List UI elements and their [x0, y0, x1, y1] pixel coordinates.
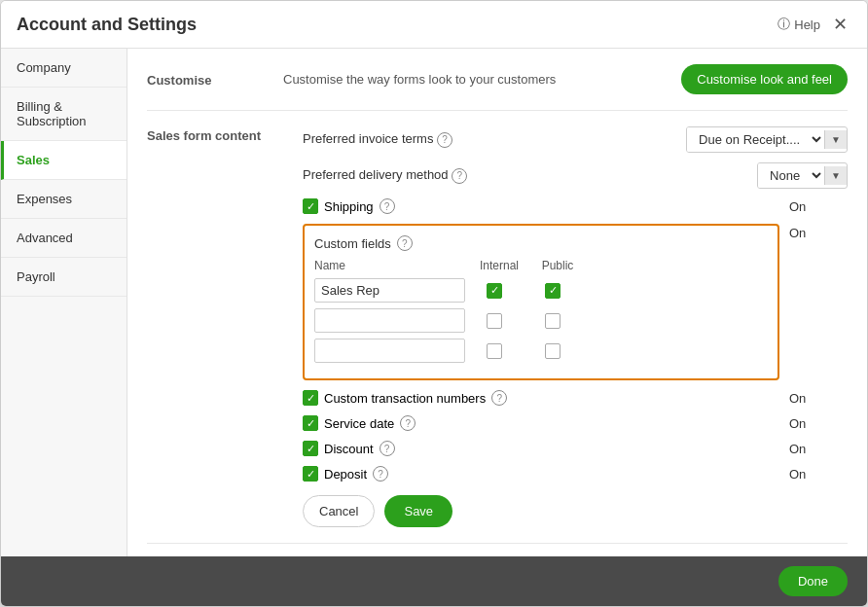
sales-form-label: Sales form content: [147, 126, 283, 143]
modal-header: Account and Settings ⓘ Help ✕: [1, 1, 867, 49]
internal-checkbox-2[interactable]: [487, 313, 502, 329]
service-date-checkbox-wrap: ✓ Service date ?: [303, 415, 416, 431]
deposit-help-icon[interactable]: ?: [373, 466, 388, 482]
deposit-label: Deposit: [324, 467, 367, 482]
deposit-status: On: [789, 467, 848, 482]
service-date-label: Service date: [324, 416, 394, 431]
sidebar-item-billing[interactable]: Billing & Subscription: [1, 88, 127, 141]
custom-fields-wrapper: Custom fields ? Name Internal Public: [303, 224, 848, 390]
public-checkbox-3[interactable]: [545, 343, 561, 359]
sidebar: Company Billing & Subscription Sales Exp…: [1, 49, 127, 556]
customise-look-feel-button[interactable]: Customise look and feel: [681, 64, 848, 94]
delivery-method-select-container: None ▼: [757, 162, 848, 189]
custom-field-public-2: [524, 313, 582, 329]
header-right: ⓘ Help ✕: [778, 13, 851, 36]
shipping-label: Shipping: [324, 199, 374, 214]
modal-footer: Done: [1, 556, 867, 606]
sales-form-section: Sales form content Preferred invoice ter…: [147, 111, 848, 544]
shipping-help-icon[interactable]: ?: [380, 198, 395, 214]
custom-field-internal-1: ✓: [465, 283, 524, 299]
custom-fields-columns: Name Internal Public: [314, 259, 768, 272]
invoice-terms-help-icon[interactable]: ?: [437, 132, 452, 148]
custom-field-name-3[interactable]: [314, 339, 465, 363]
custom-transaction-checkbox-wrap: ✓ Custom transaction numbers ?: [303, 390, 507, 406]
custom-field-name-1[interactable]: [314, 278, 465, 303]
custom-transaction-help-icon[interactable]: ?: [491, 390, 507, 406]
custom-fields-status: On: [789, 224, 848, 240]
discount-checkbox[interactable]: ✓: [303, 441, 318, 456]
preferred-delivery-method-label: Preferred delivery method ?: [303, 167, 747, 184]
service-date-help-icon[interactable]: ?: [400, 415, 416, 431]
discount-label: Discount: [324, 442, 374, 456]
custom-field-internal-3: [465, 343, 524, 359]
custom-field-public-1: ✓: [524, 283, 582, 299]
discount-row: ✓ Discount ? On: [303, 441, 848, 456]
delivery-method-help-icon[interactable]: ?: [452, 168, 467, 184]
save-button[interactable]: Save: [384, 495, 452, 527]
done-button[interactable]: Done: [778, 566, 848, 596]
service-date-row: ✓ Service date ? On: [303, 415, 848, 431]
col-public-header: Public: [528, 259, 587, 272]
sidebar-item-advanced[interactable]: Advanced: [1, 219, 127, 258]
delivery-method-arrow: ▼: [824, 166, 847, 185]
main-content: Customise Customise the way forms look t…: [127, 49, 867, 556]
public-checkbox-1[interactable]: ✓: [545, 283, 561, 299]
deposit-checkbox[interactable]: ✓: [303, 466, 318, 482]
custom-transaction-checkbox[interactable]: ✓: [303, 390, 318, 406]
deposit-row: ✓ Deposit ? On: [303, 466, 848, 482]
col-name-header: Name: [314, 259, 470, 272]
delivery-method-select[interactable]: None: [758, 163, 824, 188]
custom-transaction-label: Custom transaction numbers: [324, 391, 486, 406]
custom-field-row-2: [314, 308, 768, 333]
public-checkbox-2[interactable]: [545, 313, 561, 329]
custom-field-row-1: ✓ ✓: [314, 278, 768, 303]
preferred-invoice-terms-label: Preferred invoice terms ?: [303, 131, 676, 148]
question-circle-icon: ⓘ: [778, 16, 790, 33]
customise-description: Customise the way forms look to your cus…: [283, 72, 681, 87]
invoice-terms-select[interactable]: Due on Receipt....: [687, 127, 824, 152]
custom-fields-header: Custom fields ?: [314, 235, 768, 251]
account-settings-modal: Account and Settings ⓘ Help ✕ Company Bi…: [0, 0, 868, 607]
internal-checkbox-3[interactable]: [487, 343, 502, 359]
shipping-status: On: [789, 199, 848, 214]
help-button[interactable]: ⓘ Help: [778, 16, 820, 33]
sidebar-item-payroll[interactable]: Payroll: [1, 258, 127, 297]
custom-fields-box: Custom fields ? Name Internal Public: [303, 224, 779, 380]
sales-form-content: Preferred invoice terms ? Due on Receipt…: [303, 126, 848, 527]
custom-transaction-status: On: [789, 391, 848, 406]
service-date-status: On: [789, 416, 848, 431]
modal-body: Company Billing & Subscription Sales Exp…: [1, 49, 867, 556]
discount-help-icon[interactable]: ?: [380, 441, 395, 456]
action-buttons: Cancel Save: [303, 495, 848, 527]
preferred-invoice-terms-row: Preferred invoice terms ? Due on Receipt…: [303, 126, 848, 153]
internal-checkbox-1[interactable]: ✓: [487, 283, 502, 299]
modal-title: Account and Settings: [17, 15, 197, 35]
custom-field-name-2[interactable]: [314, 308, 465, 333]
close-button[interactable]: ✕: [828, 13, 851, 36]
deposit-checkbox-wrap: ✓ Deposit ?: [303, 466, 388, 482]
discount-status: On: [789, 442, 848, 456]
preferred-delivery-method-row: Preferred delivery method ? None ▼: [303, 162, 848, 189]
shipping-checkbox-wrap: ✓ Shipping ?: [303, 198, 395, 214]
shipping-checkbox[interactable]: ✓: [303, 198, 318, 214]
sidebar-item-expenses[interactable]: Expenses: [1, 180, 127, 219]
products-services-section: Products and services Show Product/Servi…: [147, 544, 848, 556]
custom-fields-label: Custom fields: [314, 236, 391, 251]
cancel-button[interactable]: Cancel: [303, 495, 375, 527]
customise-section: Customise Customise the way forms look t…: [147, 49, 848, 111]
service-date-checkbox[interactable]: ✓: [303, 415, 318, 431]
custom-field-public-3: [524, 343, 582, 359]
customise-label: Customise: [147, 71, 283, 88]
custom-transaction-numbers-row: ✓ Custom transaction numbers ? On: [303, 390, 848, 406]
sidebar-item-company[interactable]: Company: [1, 49, 127, 88]
shipping-row: ✓ Shipping ? On: [303, 198, 848, 214]
discount-checkbox-wrap: ✓ Discount ?: [303, 441, 395, 456]
invoice-terms-arrow: ▼: [824, 130, 847, 149]
custom-field-row-3: [314, 339, 768, 363]
custom-fields-help-icon[interactable]: ?: [397, 235, 413, 251]
sidebar-item-sales[interactable]: Sales: [1, 141, 127, 180]
col-internal-header: Internal: [470, 259, 528, 272]
custom-field-internal-2: [465, 313, 524, 329]
invoice-terms-select-container: Due on Receipt.... ▼: [686, 126, 848, 153]
